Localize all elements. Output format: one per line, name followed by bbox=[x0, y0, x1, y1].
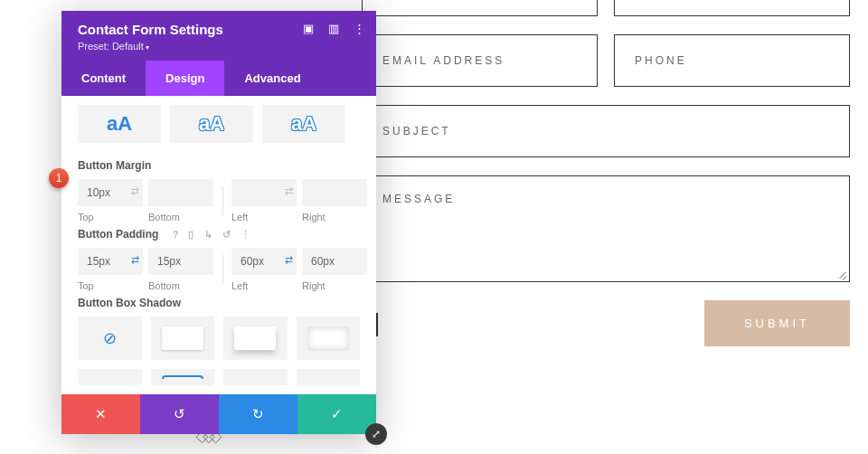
text-shadow-presets: aA aA aA bbox=[78, 105, 360, 143]
panel-header[interactable]: Contact Form Settings Preset: Default▾ ▣… bbox=[61, 11, 376, 61]
resize-icon: ⤢ bbox=[372, 428, 381, 440]
contact-form-preview: EMAIL ADDRESS PHONE SUBJECT MESSAGE SUBM… bbox=[362, 0, 850, 346]
field-label: MESSAGE bbox=[382, 193, 455, 205]
shadow-preview-icon bbox=[307, 326, 349, 350]
annotation-badge-1: 1 bbox=[49, 168, 69, 188]
panel-footer: ✕ ↺ ↻ ✓ bbox=[61, 394, 376, 434]
link-values-icon[interactable]: ⇄ bbox=[131, 185, 139, 197]
text-tile-label: aA bbox=[199, 112, 224, 136]
shadow-preview-icon bbox=[234, 326, 276, 350]
preset-selector[interactable]: Preset: Default▾ bbox=[78, 41, 360, 52]
divider bbox=[222, 255, 223, 284]
shadow-preset[interactable] bbox=[297, 317, 361, 360]
hover-state-icon[interactable]: ▯ bbox=[188, 229, 193, 240]
link-values-icon[interactable]: ⇄ bbox=[285, 185, 293, 197]
section-label-padding: Button Padding ? ▯ ↳ ↺ ⋮ bbox=[78, 228, 360, 241]
section-label-shadow: Button Box Shadow bbox=[78, 297, 360, 309]
close-icon: ✕ bbox=[95, 406, 107, 422]
shadow-preset[interactable] bbox=[151, 369, 215, 385]
preset-label: Preset: Default bbox=[78, 41, 144, 52]
section-label-text: Button Padding bbox=[78, 228, 158, 241]
check-icon: ✓ bbox=[331, 406, 343, 422]
submit-button-label: SUBMIT bbox=[744, 317, 810, 330]
margin-bottom-input[interactable] bbox=[148, 179, 213, 206]
reset-icon[interactable]: ↺ bbox=[222, 229, 231, 240]
link-values-icon[interactable]: ⇄ bbox=[285, 254, 293, 266]
field-label: EMAIL ADDRESS bbox=[382, 54, 505, 67]
tab-design[interactable]: Design bbox=[146, 61, 224, 96]
side-label: Left bbox=[231, 280, 248, 291]
textarea-resize-icon[interactable] bbox=[836, 269, 847, 279]
redo-icon: ↻ bbox=[252, 406, 264, 422]
shadow-preset-none[interactable]: ⊘ bbox=[78, 317, 142, 360]
side-label: Top bbox=[78, 212, 94, 222]
shadow-preview-icon bbox=[162, 326, 203, 350]
more-icon[interactable]: ⋮ bbox=[354, 22, 365, 35]
panel-tabs: Content Design Advanced bbox=[61, 61, 376, 96]
margin-right-input[interactable] bbox=[302, 179, 367, 206]
link-values-icon[interactable]: ⇄ bbox=[131, 254, 139, 266]
redo-button[interactable]: ↻ bbox=[219, 394, 297, 434]
none-icon: ⊘ bbox=[103, 328, 117, 348]
message-field[interactable]: MESSAGE bbox=[362, 175, 850, 282]
padding-bottom-input[interactable] bbox=[148, 248, 213, 275]
cancel-button[interactable]: ✕ bbox=[61, 394, 140, 434]
confirm-button[interactable]: ✓ bbox=[297, 394, 376, 434]
tab-advanced[interactable]: Advanced bbox=[224, 61, 320, 96]
tab-label: Design bbox=[165, 71, 204, 85]
side-label: Right bbox=[302, 280, 326, 291]
padding-right-input[interactable] bbox=[302, 248, 367, 275]
shadow-preset[interactable] bbox=[223, 317, 288, 360]
box-shadow-presets: ⊘ bbox=[78, 317, 360, 385]
divider bbox=[222, 186, 223, 215]
panel-body: aA aA aA Button Margin ⇄ Top Bottom bbox=[61, 96, 376, 394]
cursor-icon[interactable]: ↳ bbox=[204, 229, 212, 240]
text-tile-label: aA bbox=[291, 112, 316, 136]
text-shadow-tile[interactable]: aA bbox=[170, 105, 253, 143]
shadow-preset[interactable] bbox=[151, 317, 215, 360]
shadow-preset[interactable] bbox=[223, 369, 288, 385]
undo-button[interactable]: ↺ bbox=[140, 394, 219, 434]
tab-label: Advanced bbox=[244, 71, 300, 85]
undo-icon: ↺ bbox=[174, 406, 185, 422]
side-label: Bottom bbox=[148, 212, 180, 222]
side-label: Bottom bbox=[148, 280, 180, 291]
settings-panel: Contact Form Settings Preset: Default▾ ▣… bbox=[61, 11, 376, 434]
submit-button[interactable]: SUBMIT bbox=[704, 300, 850, 346]
email-field[interactable]: EMAIL ADDRESS bbox=[362, 34, 598, 87]
annotation-number: 1 bbox=[56, 172, 62, 184]
form-field[interactable] bbox=[614, 0, 850, 16]
shadow-preset[interactable] bbox=[297, 369, 361, 385]
phone-field[interactable]: PHONE bbox=[614, 34, 850, 87]
more-icon[interactable]: ⋮ bbox=[241, 229, 250, 240]
text-tile-label: aA bbox=[107, 112, 132, 136]
text-shadow-tile[interactable]: aA bbox=[78, 105, 161, 143]
form-field[interactable] bbox=[362, 0, 598, 16]
chevron-down-icon: ▾ bbox=[146, 43, 149, 52]
field-label: SUBJECT bbox=[382, 125, 451, 137]
help-icon[interactable]: ? bbox=[173, 229, 179, 240]
tab-label: Content bbox=[81, 71, 126, 85]
side-label: Right bbox=[302, 212, 326, 222]
panel-resize-handle[interactable]: ⤢ bbox=[365, 423, 387, 445]
text-shadow-tile[interactable]: aA bbox=[262, 105, 345, 143]
snap-layout-icon[interactable]: ▥ bbox=[328, 22, 339, 35]
subject-field[interactable]: SUBJECT bbox=[362, 105, 850, 157]
section-label-margin: Button Margin bbox=[78, 159, 360, 172]
shadow-preset[interactable] bbox=[78, 369, 142, 385]
side-label: Left bbox=[231, 212, 248, 222]
focus-mode-icon[interactable]: ▣ bbox=[303, 22, 314, 35]
shadow-preview-icon bbox=[162, 375, 203, 379]
padding-controls: ⇄ Top Bottom ⇄ Left bbox=[78, 248, 360, 291]
field-label: PHONE bbox=[635, 54, 687, 67]
tab-content[interactable]: Content bbox=[61, 61, 146, 96]
side-label: Top bbox=[78, 280, 94, 291]
margin-controls: ⇄ Top Bottom ⇄ Left bbox=[78, 179, 360, 222]
